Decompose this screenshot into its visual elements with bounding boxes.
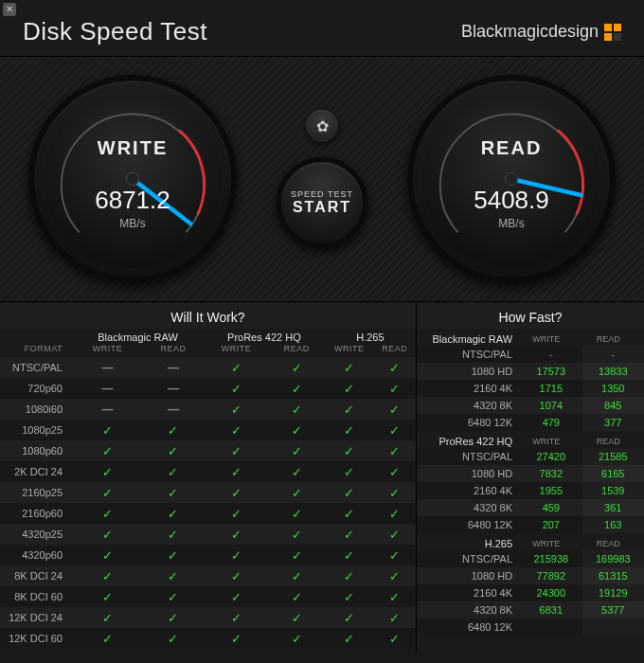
check-icon: ✓ <box>143 440 204 461</box>
write-fps: 7832 <box>520 465 581 482</box>
format-label: 6480 12K <box>417 414 520 431</box>
svg-point-3 <box>505 172 517 185</box>
close-button[interactable]: ✕ <box>3 3 16 16</box>
read-fps: 163 <box>582 516 644 533</box>
check-icon: ✓ <box>374 420 416 440</box>
read-fps: 19129 <box>582 584 644 601</box>
check-icon: ✓ <box>269 503 325 524</box>
check-icon: ✓ <box>72 565 143 586</box>
check-icon: ✓ <box>143 482 204 503</box>
check-icon: ✓ <box>269 607 325 628</box>
gear-icon: ✿ <box>316 117 329 135</box>
check-icon: ✓ <box>374 378 416 399</box>
table-row: 4320 8K459361 <box>417 499 644 516</box>
read-fps: 1350 <box>582 380 644 397</box>
check-icon: ✓ <box>72 420 143 440</box>
read-fps: - <box>582 346 644 363</box>
settings-button[interactable]: ✿ <box>306 110 338 142</box>
table-row: 12K DCI 60✓✓✓✓✓✓ <box>0 628 416 649</box>
check-icon: ✓ <box>204 420 269 440</box>
write-fps: 459 <box>520 499 581 516</box>
check-icon: ✓ <box>72 607 143 628</box>
brand-squares-icon <box>604 24 621 41</box>
read-fps: 845 <box>582 397 644 414</box>
check-icon: ✓ <box>269 420 325 440</box>
check-icon: ✓ <box>204 524 269 545</box>
check-icon: ✓ <box>374 586 416 607</box>
check-icon: ✓ <box>374 545 416 565</box>
table-row: 6480 12K <box>417 618 644 636</box>
check-icon: ✓ <box>204 482 269 503</box>
format-label: 1080 HD <box>417 567 520 584</box>
table-row: 1080p25✓✓✓✓✓✓ <box>0 420 416 440</box>
check-icon: ✓ <box>72 545 143 565</box>
table-row: 2160p60✓✓✓✓✓✓ <box>0 503 416 524</box>
dash-icon: — <box>143 357 204 378</box>
check-icon: ✓ <box>143 607 204 628</box>
write-gauge-label: WRITE <box>44 137 222 159</box>
check-icon: ✓ <box>204 378 269 399</box>
write-fps: 24300 <box>520 584 581 601</box>
dash-icon: — <box>72 357 143 378</box>
will-it-work-panel: Will It Work? Blackmagic RAW ProRes 422 … <box>0 302 417 653</box>
check-icon: ✓ <box>374 607 416 628</box>
check-icon: ✓ <box>204 461 269 482</box>
read-fps: 21585 <box>582 448 644 465</box>
check-icon: ✓ <box>143 503 204 524</box>
table-row: 8K DCI 60✓✓✓✓✓✓ <box>0 586 416 607</box>
table-row: NTSC/PAL215938169983 <box>417 550 644 567</box>
check-icon: ✓ <box>374 399 416 420</box>
check-icon: ✓ <box>143 420 204 440</box>
sub-header: WRITE <box>520 329 581 346</box>
format-label: 8K DCI 60 <box>0 586 72 607</box>
start-button[interactable]: SPEED TEST START <box>277 157 367 248</box>
check-icon: ✓ <box>72 482 143 503</box>
check-icon: ✓ <box>325 357 374 378</box>
sub-header: READ <box>269 344 325 357</box>
read-fps: 377 <box>582 414 644 431</box>
check-icon: ✓ <box>325 482 374 503</box>
table-row: 4320 8K1074845 <box>417 397 644 414</box>
format-label: 2160p60 <box>0 503 72 524</box>
table-row: 4320p25✓✓✓✓✓✓ <box>0 524 416 545</box>
format-label: 6480 12K <box>417 618 520 636</box>
sub-header: READ <box>582 431 644 448</box>
codec-group-header: ProRes 422 HQWRITEREAD <box>417 431 644 448</box>
read-fps: 13833 <box>582 363 644 380</box>
table-row: NTSC/PAL——✓✓✓✓ <box>0 357 416 378</box>
table-row: 2160 4K2430019129 <box>417 584 644 601</box>
write-fps: 17573 <box>520 363 581 380</box>
read-gauge-label: READ <box>422 137 600 159</box>
how-fast-table: Blackmagic RAWWRITEREADNTSC/PAL--1080 HD… <box>417 329 644 636</box>
check-icon: ✓ <box>269 628 325 649</box>
format-label: 2K DCI 24 <box>0 461 72 482</box>
format-header: FORMAT <box>0 344 72 357</box>
format-label: 4320 8K <box>417 601 520 618</box>
sub-header: WRITE <box>520 533 581 550</box>
table-row: 2160p25✓✓✓✓✓✓ <box>0 482 416 503</box>
left-table-title: Will It Work? <box>0 302 416 329</box>
codec-name: H.265 <box>417 533 520 550</box>
check-icon: ✓ <box>325 378 374 399</box>
read-fps: 361 <box>582 499 644 516</box>
check-icon: ✓ <box>325 399 374 420</box>
check-icon: ✓ <box>143 565 204 586</box>
check-icon: ✓ <box>72 503 143 524</box>
svg-point-1 <box>126 172 138 185</box>
format-label: 720p60 <box>0 378 72 399</box>
check-icon: ✓ <box>325 545 374 565</box>
how-fast-panel: How Fast? Blackmagic RAWWRITEREADNTSC/PA… <box>417 302 644 653</box>
write-unit: MB/s <box>44 217 222 230</box>
check-icon: ✓ <box>374 440 416 461</box>
table-row: 4320p60✓✓✓✓✓✓ <box>0 545 416 565</box>
dash-icon: — <box>143 378 204 399</box>
format-label: 2160p25 <box>0 482 72 503</box>
format-label: 4320p25 <box>0 524 72 545</box>
check-icon: ✓ <box>204 440 269 461</box>
check-icon: ✓ <box>269 545 325 565</box>
write-fps: 1715 <box>520 380 581 397</box>
check-icon: ✓ <box>269 440 325 461</box>
sub-header: READ <box>374 344 416 357</box>
check-icon: ✓ <box>325 440 374 461</box>
check-icon: ✓ <box>374 461 416 482</box>
